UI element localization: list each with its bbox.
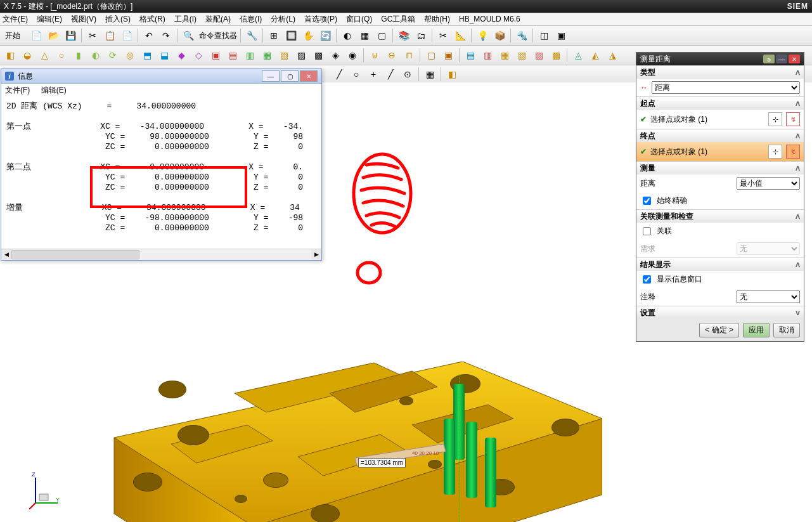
prim-cone-icon[interactable]: △ <box>37 48 52 63</box>
prim-hole-icon[interactable]: ◎ <box>122 48 138 63</box>
section2-icon[interactable]: 📐 <box>453 28 468 43</box>
copy-icon[interactable]: 📋 <box>102 28 117 43</box>
menu-assembly[interactable]: 装配(A) <box>205 14 231 25</box>
mold-b-icon[interactable]: ▣ <box>441 48 456 63</box>
mold-g-icon[interactable]: ▨ <box>531 48 546 63</box>
chevron-down-icon[interactable]: v <box>796 308 800 317</box>
feat-j-icon[interactable]: ▨ <box>293 48 309 63</box>
snap-b-icon[interactable]: ○ <box>349 67 364 82</box>
cut-icon[interactable]: ✂ <box>85 28 100 43</box>
point-constructor-icon[interactable]: ↯ <box>786 145 800 159</box>
mold-h-icon[interactable]: ▩ <box>548 48 564 63</box>
fit-icon[interactable]: ⊞ <box>266 28 281 43</box>
redo-icon[interactable]: ↷ <box>158 28 174 43</box>
feat-k-icon[interactable]: ▩ <box>311 48 326 63</box>
feat-b-icon[interactable]: ⬓ <box>157 48 172 63</box>
prim-extrude-icon[interactable]: ▮ <box>71 48 86 63</box>
prim-cyl-icon[interactable]: ◒ <box>20 48 35 63</box>
chevron-up-icon[interactable]: ʌ <box>796 260 800 269</box>
type-select[interactable]: 距离 <box>652 81 800 94</box>
panel-minimize-btn[interactable]: — <box>776 55 787 63</box>
distance-select[interactable]: 最小值 <box>737 177 800 190</box>
feat-h-icon[interactable]: ▦ <box>259 48 274 63</box>
start-btn[interactable]: 开始 <box>5 30 20 41</box>
snap-d-icon[interactable]: ╱ <box>383 67 398 82</box>
feat-f-icon[interactable]: ▤ <box>225 48 240 63</box>
bool-int-icon[interactable]: ⊓ <box>401 48 416 63</box>
box3-icon[interactable]: ◫ <box>536 28 551 43</box>
chevron-up-icon[interactable]: ʌ <box>796 99 800 108</box>
mold-f-icon[interactable]: ▧ <box>514 48 529 63</box>
new-icon[interactable]: 📄 <box>29 28 44 43</box>
end-select-label[interactable]: 选择点或对象 (1) <box>650 147 764 157</box>
panel-pin-btn[interactable]: ə <box>763 55 775 63</box>
chevron-up-icon[interactable]: ʌ <box>796 164 800 173</box>
pan-icon[interactable]: ✋ <box>300 28 316 43</box>
menu-view[interactable]: 视图(V) <box>71 14 96 25</box>
mold-a-icon[interactable]: ▢ <box>423 48 439 63</box>
feat-l-icon[interactable]: ◈ <box>328 48 343 63</box>
rotate-icon[interactable]: 🔄 <box>318 28 333 43</box>
menu-hbmould[interactable]: HB_MOULD M6.6 <box>459 15 520 23</box>
cube-icon[interactable]: ▢ <box>374 28 389 43</box>
annotation-select[interactable]: 无 <box>737 290 800 303</box>
cancel-button[interactable]: 取消 <box>773 323 800 337</box>
menu-window[interactable]: 窗口(Q) <box>346 14 372 25</box>
point-constructor-icon[interactable]: ↯ <box>786 112 800 126</box>
point-picker-icon[interactable]: ⊹ <box>768 145 782 159</box>
snap-g-icon[interactable]: ◧ <box>444 67 460 82</box>
info-maximize-btn[interactable]: ▢ <box>281 70 299 82</box>
undo-icon[interactable]: ↶ <box>141 28 157 43</box>
menu-analysis[interactable]: 分析(L) <box>271 14 295 25</box>
light-icon[interactable]: 💡 <box>475 28 490 43</box>
menu-insert[interactable]: 插入(S) <box>105 14 131 25</box>
mold-e-icon[interactable]: ▦ <box>497 48 512 63</box>
feat-g-icon[interactable]: ▥ <box>242 48 257 63</box>
section-icon[interactable]: ✂ <box>435 28 451 43</box>
open-icon[interactable]: 📂 <box>46 28 61 43</box>
apply-button[interactable]: 应用 <box>743 323 770 337</box>
info-minimize-btn[interactable]: — <box>262 70 280 82</box>
info-close-btn[interactable]: ✕ <box>300 70 318 82</box>
bool-sub-icon[interactable]: ⊖ <box>384 48 399 63</box>
info-h-scrollbar[interactable]: ◀ ▶ <box>1 249 321 260</box>
menu-tools[interactable]: 工具(I) <box>174 14 197 25</box>
start-select-label[interactable]: 选择点或对象 (1) <box>650 114 764 125</box>
point-picker-icon[interactable]: ⊹ <box>768 112 782 126</box>
save-icon[interactable]: 💾 <box>63 28 78 43</box>
snap-c-icon[interactable]: + <box>366 67 381 82</box>
prim-sweep-icon[interactable]: ⟳ <box>105 48 120 63</box>
ok-button[interactable]: < 确定 > <box>699 323 739 337</box>
feat-d-icon[interactable]: ◇ <box>191 48 206 63</box>
cmd-finder-label[interactable]: 命令查找器 <box>199 30 237 41</box>
mold-j-icon[interactable]: ◭ <box>588 48 603 63</box>
chevron-up-icon[interactable]: ʌ <box>796 212 800 221</box>
menu-edit[interactable]: 编辑(E) <box>37 14 62 25</box>
snap-e-icon[interactable]: ⊙ <box>400 67 415 82</box>
scroll-thumb[interactable] <box>11 250 139 259</box>
show-info-checkbox[interactable] <box>643 275 651 284</box>
scroll-right-icon[interactable]: ▶ <box>311 249 321 259</box>
mold-c-icon[interactable]: ▤ <box>463 48 478 63</box>
menu-prefs[interactable]: 首选项(P) <box>304 14 337 25</box>
chevron-up-icon[interactable]: ʌ <box>796 131 800 140</box>
feat-e-icon[interactable]: ▣ <box>208 48 223 63</box>
tool-a-icon[interactable]: 🔧 <box>244 28 259 43</box>
feat-i-icon[interactable]: ▧ <box>276 48 292 63</box>
snap-f-icon[interactable]: ▦ <box>422 67 437 82</box>
menu-help[interactable]: 帮助(H) <box>424 14 450 25</box>
bool-unite-icon[interactable]: ⊎ <box>367 48 382 63</box>
tool-b-icon[interactable]: 🔩 <box>514 28 529 43</box>
menu-file[interactable]: 文件(E) <box>3 14 28 25</box>
zoom-icon[interactable]: 🔲 <box>283 28 299 43</box>
always-accurate-checkbox[interactable] <box>643 197 651 205</box>
info-body-text[interactable]: 2D 距离 (WCS Xz) = 34.000000000 第一点 XC = -… <box>1 98 321 249</box>
layers2-icon[interactable]: 🗂 <box>413 28 429 43</box>
menu-format[interactable]: 格式(R) <box>139 14 165 25</box>
prim-box-icon[interactable]: ◧ <box>3 48 18 63</box>
snap-a-icon[interactable]: ╱ <box>332 67 347 82</box>
assoc-checkbox[interactable] <box>643 227 651 235</box>
menu-info[interactable]: 信息(I) <box>240 14 262 25</box>
mold-i-icon[interactable]: ◬ <box>570 48 586 63</box>
mold-k-icon[interactable]: ◮ <box>605 48 620 63</box>
